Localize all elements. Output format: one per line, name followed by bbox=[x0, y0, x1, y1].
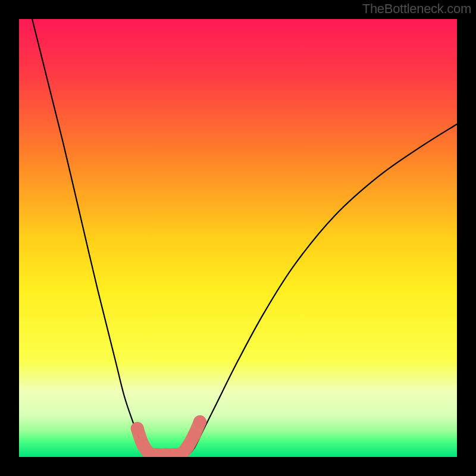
valley-point bbox=[193, 415, 206, 428]
valley-point bbox=[181, 440, 195, 453]
bottleneck-chart bbox=[19, 19, 457, 457]
chart-frame: TheBottleneck.com bbox=[0, 0, 476, 476]
valley-point bbox=[131, 422, 144, 435]
plot-area bbox=[19, 19, 457, 457]
valley-point bbox=[187, 428, 201, 441]
gradient-background bbox=[19, 19, 457, 457]
watermark-text: TheBottleneck.com bbox=[362, 1, 471, 17]
